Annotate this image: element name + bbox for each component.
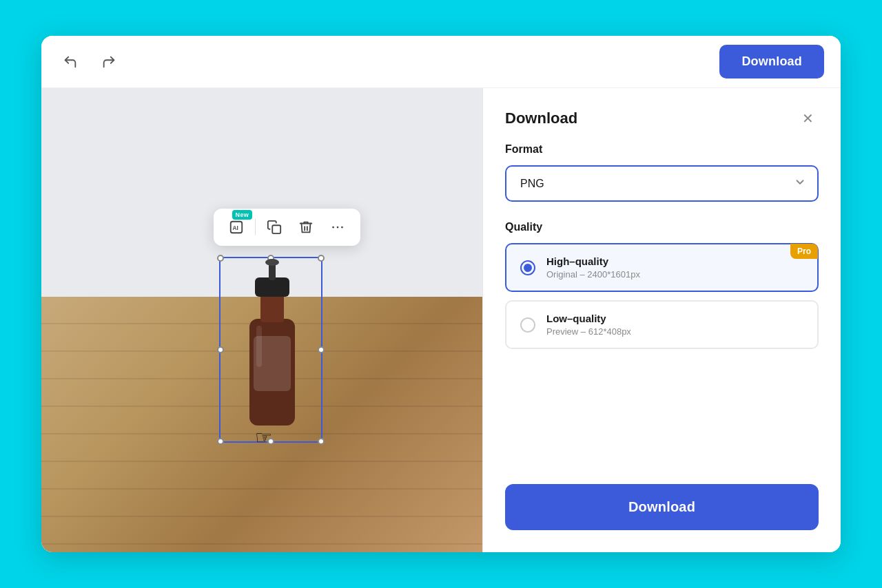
svg-point-4 (337, 227, 339, 229)
app-container: Download New AI (41, 36, 841, 552)
canvas-area: New AI (41, 88, 482, 552)
toolbar-left (58, 50, 121, 74)
panel-footer: Download (483, 484, 841, 552)
content-area: New AI (41, 88, 841, 552)
svg-rect-8 (255, 277, 289, 297)
svg-rect-12 (256, 326, 262, 367)
quality-desc-low: Preview – 612*408px (546, 326, 631, 337)
panel-title: Download (505, 109, 577, 127)
svg-rect-7 (260, 295, 284, 322)
new-badge: New (232, 210, 252, 220)
redo-button[interactable] (96, 50, 121, 74)
svg-rect-2 (272, 225, 280, 233)
svg-point-3 (332, 227, 334, 229)
quality-name-high: High–quality (546, 255, 640, 267)
quality-name-low: Low–quality (546, 313, 631, 324)
format-label: Format (505, 143, 819, 156)
product-image (217, 246, 327, 446)
radio-low (520, 317, 535, 333)
format-section: Format PNG JPG WebP SVG (505, 143, 819, 202)
close-panel-button[interactable]: ✕ (797, 107, 819, 129)
format-dropdown-wrapper: PNG JPG WebP SVG (505, 165, 819, 202)
float-toolbar: New AI (214, 209, 360, 246)
quality-text-high: High–quality Original – 2400*1601px (546, 255, 640, 280)
quality-option-low[interactable]: Low–quality Preview – 612*408px (505, 300, 819, 349)
delete-button[interactable] (291, 214, 320, 240)
pro-badge: Pro (790, 244, 818, 259)
svg-point-10 (265, 259, 279, 266)
quality-option-high[interactable]: High–quality Original – 2400*1601px Pro (505, 243, 819, 292)
quality-label: Quality (505, 221, 819, 233)
panel-header: Download ✕ (483, 88, 841, 143)
format-select[interactable]: PNG JPG WebP SVG (505, 165, 819, 202)
svg-point-5 (341, 227, 343, 229)
download-panel: Download ✕ Format PNG JPG WebP SVG (482, 88, 841, 552)
quality-section: Quality High–quality Original – 2400*160… (505, 221, 819, 349)
undo-button[interactable] (58, 50, 83, 74)
more-options-button[interactable] (323, 214, 352, 240)
download-panel-button[interactable]: Download (505, 484, 819, 530)
download-toolbar-button[interactable]: Download (719, 45, 824, 78)
svg-text:AI: AI (233, 225, 238, 231)
toolbar-divider (255, 219, 256, 235)
quality-text-low: Low–quality Preview – 612*408px (546, 313, 631, 337)
radio-high (520, 260, 535, 275)
quality-desc-high: Original – 2400*1601px (546, 269, 640, 280)
copy-button[interactable] (260, 214, 289, 240)
ai-tool-button[interactable]: New AI (222, 214, 251, 240)
radio-inner-high (524, 264, 532, 272)
panel-body: Format PNG JPG WebP SVG (483, 143, 841, 484)
toolbar: Download (41, 36, 841, 88)
